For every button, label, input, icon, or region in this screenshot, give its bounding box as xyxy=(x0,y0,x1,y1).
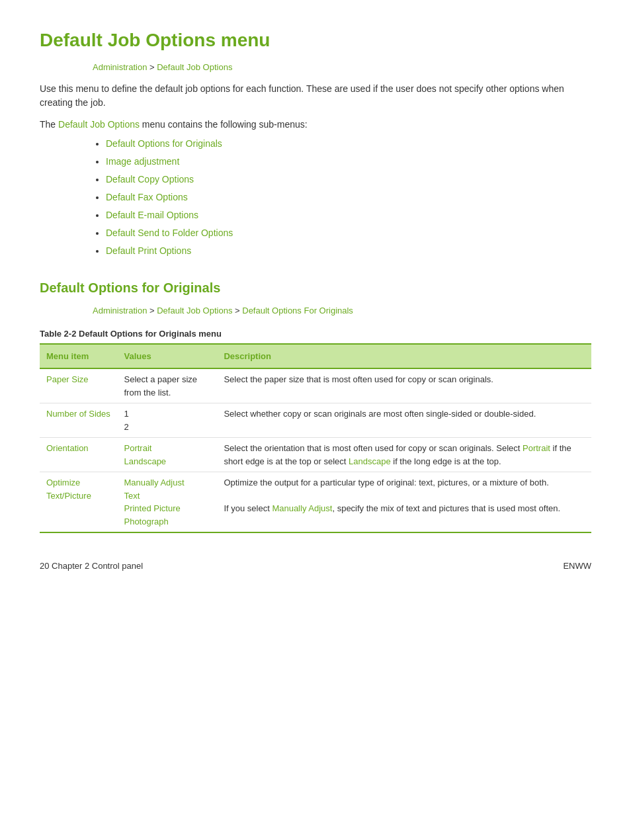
col-header-description: Description xyxy=(217,344,591,369)
table-row: Optimize Text/Picture Manually AdjustTex… xyxy=(40,472,591,533)
menu-link-copy-options[interactable]: Default Copy Options xyxy=(106,174,194,185)
breadcrumb2-default-options-originals-link[interactable]: Default Options For Originals xyxy=(242,306,353,315)
desc-paper-size: Select the paper size that is most often… xyxy=(217,368,591,403)
table-row: Paper Size Select a paper size from the … xyxy=(40,368,591,403)
menu-item-optimize: Optimize Text/Picture xyxy=(40,472,117,533)
menu-link-email-options[interactable]: Default E-mail Options xyxy=(106,210,198,220)
footer-right: ENWW xyxy=(563,560,591,573)
list-item: Default Copy Options xyxy=(106,173,591,187)
contains-suffix: menu contains the following sub-menus: xyxy=(140,119,308,130)
breadcrumb2-default-job-options-link[interactable]: Default Job Options xyxy=(157,306,232,315)
col-header-values: Values xyxy=(117,344,217,369)
list-item: Default Fax Options xyxy=(106,190,591,204)
breadcrumb2-administration-link[interactable]: Administration xyxy=(93,306,147,315)
menu-link-image-adjustment[interactable]: Image adjustment xyxy=(106,156,179,167)
breadcrumb-administration-link[interactable]: Administration xyxy=(93,62,147,72)
section2-title: Default Options for Originals xyxy=(40,278,591,298)
sub-menu-list: Default Options for Originals Image adju… xyxy=(106,137,591,258)
contains-prefix: The xyxy=(40,119,58,130)
list-item: Default E-mail Options xyxy=(106,208,591,222)
desc-number-of-sides: Select whether copy or scan originals ar… xyxy=(217,403,591,438)
breadcrumb-section2: Administration > Default Job Options > D… xyxy=(93,304,591,317)
intro-paragraph: Use this menu to define the default job … xyxy=(40,82,591,110)
page-title: Default Job Options menu xyxy=(40,26,591,54)
table-caption-text: Table 2-2 Default Options for Originals … xyxy=(40,329,222,339)
list-item: Default Send to Folder Options xyxy=(106,226,591,240)
menu-link-folder-options[interactable]: Default Send to Folder Options xyxy=(106,228,233,238)
menu-link-print-options[interactable]: Default Print Options xyxy=(106,245,191,256)
table-row: Orientation PortraitLandscape Select the… xyxy=(40,438,591,472)
table-header: Menu item Values Description xyxy=(40,344,591,369)
menu-item-paper-size: Paper Size xyxy=(40,368,117,403)
breadcrumb2-sep1: > xyxy=(149,306,157,315)
value-paper-size: Select a paper size from the list. xyxy=(117,368,217,403)
value-orientation: PortraitLandscape xyxy=(117,438,217,472)
list-item: Image adjustment xyxy=(106,155,591,169)
options-table: Menu item Values Description Paper Size … xyxy=(40,343,591,534)
breadcrumb-sep1: > xyxy=(149,62,157,72)
page-footer: 20 Chapter 2 Control panel ENWW xyxy=(40,560,591,573)
table-row: Number of Sides 12 Select whether copy o… xyxy=(40,403,591,438)
menu-link-fax-options[interactable]: Default Fax Options xyxy=(106,192,188,202)
breadcrumb-default-job-options-link[interactable]: Default Job Options xyxy=(157,62,232,72)
breadcrumb2-sep2: > xyxy=(235,306,242,315)
table-caption: Table 2-2 Default Options for Originals … xyxy=(40,327,591,341)
contains-text: The Default Job Options menu contains th… xyxy=(40,118,591,132)
menu-item-number-of-sides: Number of Sides xyxy=(40,403,117,438)
value-number-of-sides: 12 xyxy=(117,403,217,438)
desc-orientation: Select the orientation that is most ofte… xyxy=(217,438,591,472)
list-item: Default Print Options xyxy=(106,244,591,258)
desc-optimize: Optimize the output for a particular typ… xyxy=(217,472,591,533)
default-job-options-inline-link[interactable]: Default Job Options xyxy=(58,119,140,130)
breadcrumb-section1: Administration > Default Job Options xyxy=(93,61,591,74)
table-body: Paper Size Select a paper size from the … xyxy=(40,368,591,532)
list-item: Default Options for Originals xyxy=(106,137,591,151)
menu-item-orientation: Orientation xyxy=(40,438,117,472)
footer-left: 20 Chapter 2 Control panel xyxy=(40,560,143,573)
col-header-menu-item: Menu item xyxy=(40,344,117,369)
menu-link-originals[interactable]: Default Options for Originals xyxy=(106,138,222,149)
value-optimize: Manually AdjustTextPrinted PicturePhotog… xyxy=(117,472,217,533)
